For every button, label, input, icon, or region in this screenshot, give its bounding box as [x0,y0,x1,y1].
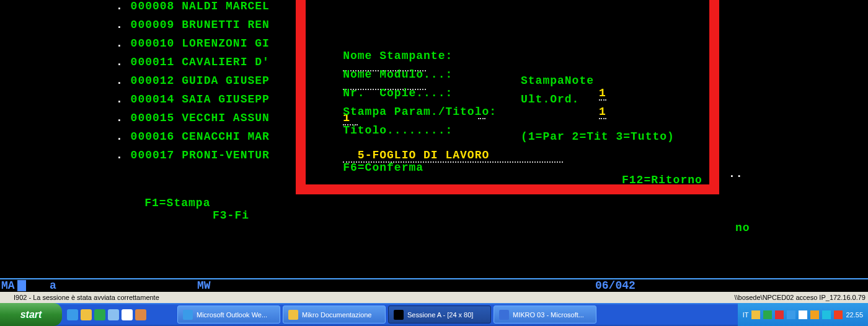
desktop-icon[interactable] [94,309,105,320]
list-id[interactable]: 000014 [131,93,175,106]
status-a: a [50,279,56,292]
tray-icon[interactable] [810,310,819,319]
no-text: no [735,222,750,234]
trailing-dots: .. [728,168,868,180]
system-tray: IT 22.55 [738,303,868,326]
f6-conferma[interactable]: F6=Conferma [343,161,423,174]
status-cursor-pos: 06/042 [595,279,636,292]
taskbar-task[interactable]: Microsoft Outlook We... [177,306,280,324]
tray-icon[interactable] [834,310,843,319]
list-id[interactable]: 000010 [131,37,175,50]
emulator-status-bar: MA a MW 06/042 [0,278,868,293]
list-marker: . [116,75,131,87]
taskbar-task[interactable]: MIKRO 03 - Microsoft... [494,306,596,324]
session-message: I902 - La sessione è stata avviata corre… [14,292,159,303]
ql-icon-6[interactable] [135,309,146,320]
taskbar-task[interactable]: Sessione A - [24 x 80] [388,306,491,324]
list-id[interactable]: 000008 [131,0,175,12]
status-mw: MW [197,279,211,292]
status-ma: MA [1,279,15,292]
task-label: Sessione A - [24 x 80] [407,311,473,319]
tray-icon[interactable] [822,310,831,319]
tray-icon[interactable] [751,310,760,319]
list-name[interactable]: SAIA GIUSEPP [182,93,270,106]
windows-taskbar: start Microsoft Outlook We...Mikro Docum… [0,303,868,326]
taskbar-task[interactable]: Mikro Documentazione [283,306,386,324]
list-marker: . [116,149,131,161]
list-name[interactable]: VECCHI ASSUN [182,112,270,124]
list-name[interactable]: CAVALIERI D' [182,56,270,68]
list-id[interactable]: 000017 [131,149,175,161]
language-indicator[interactable]: IT [743,311,749,319]
list-marker: . [116,130,131,143]
list-marker: . [116,93,131,106]
list-marker: . [116,112,131,124]
list-marker: . [116,37,131,50]
list-id[interactable]: 000016 [131,130,175,143]
task-label: MIKRO 03 - Microsoft... [513,311,584,319]
quick-launch [62,309,151,320]
list-name[interactable]: GUIDA GIUSEP [182,75,270,87]
f3-fi[interactable]: F3-Fi [213,209,249,222]
list-marker: . [116,0,131,12]
session-message-bar: I902 - La sessione è stata avviata corre… [0,292,868,303]
task-icon [499,310,509,320]
clock[interactable]: 22.55 [846,311,863,319]
list-name[interactable]: NALDI MARCEL [182,0,270,12]
f1-stampa[interactable]: F1=Stampa [144,197,210,209]
ql-icon-5[interactable] [122,309,133,320]
list-name[interactable]: BRUNETTI REN [182,19,270,31]
tray-icon[interactable] [787,310,795,319]
list-name[interactable]: PRONI-VENTUR [182,149,270,161]
list-name[interactable]: CENACCHI MAR [182,130,270,143]
task-icon [394,310,404,320]
list-id[interactable]: 000009 [131,19,175,31]
outlook-icon[interactable] [81,309,92,320]
titolo-label: Titolo........: [343,124,453,137]
list-marker: . [116,19,131,31]
start-button[interactable]: start [0,303,62,326]
task-icon [288,310,298,320]
tray-icon[interactable] [763,310,772,319]
task-label: Microsoft Outlook We... [197,311,267,319]
tray-icon[interactable] [775,310,784,319]
task-icon [183,310,193,320]
start-label: start [20,309,42,320]
taskbar-tasks: Microsoft Outlook We...Mikro Documentazi… [151,306,598,324]
task-label: Mikro Documentazione [302,311,372,319]
list-id[interactable]: 000012 [131,75,175,87]
tray-icon[interactable] [799,310,807,319]
connection-info: \\bosede\NPCED02 acceso IP_172.16.0.79 [734,292,866,303]
ie-icon[interactable] [67,309,78,320]
list-id[interactable]: 000015 [131,112,175,124]
list-name[interactable]: LORENZONI GI [182,37,270,50]
list-id[interactable]: 000011 [131,56,175,68]
cursor-indicator [17,280,26,291]
list-marker: . [116,56,131,68]
explorer-icon[interactable] [108,309,119,320]
terminal-screen: . 000008 NALDI MARCEL . 000009 BRUNETTI … [0,0,868,289]
